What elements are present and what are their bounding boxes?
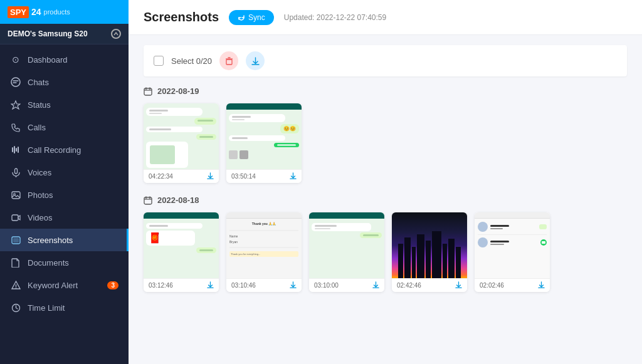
sidebar-label-chats: Chats [28, 78, 49, 87]
sidebar-label-call-recording: Call Recording [28, 145, 81, 155]
sidebar-item-keyword-alert[interactable]: Keyword Alert 3 [0, 274, 129, 296]
keyword-alert-badge: 3 [107, 281, 118, 289]
delete-button[interactable] [219, 51, 238, 70]
download-single-icon[interactable] [290, 172, 297, 180]
screenshot-footer: 03:50:14 [226, 169, 302, 183]
photos-icon [10, 189, 21, 200]
videos-icon [10, 212, 21, 223]
download-single-icon[interactable] [290, 281, 297, 289]
date-header-1: 2022-08-19 [144, 86, 627, 96]
svg-rect-37 [432, 231, 441, 278]
content-area: Select 0/20 [129, 35, 642, 364]
screenshot-card[interactable]: Thank you 🙏🙏 Name Bryan Thank you for ev… [226, 212, 302, 292]
screenshot-card[interactable]: 04:22:34 [144, 103, 219, 183]
sidebar-item-voices[interactable]: Voices [0, 161, 129, 184]
sidebar-item-chats[interactable]: Chats [0, 71, 129, 93]
svg-rect-5 [14, 169, 17, 174]
device-bar: DEMO's Samsung S20 [0, 24, 129, 44]
nav-menu: ⊙ Dashboard Chats Status Calls [0, 44, 129, 364]
timestamp: 03:10:46 [231, 282, 256, 289]
sidebar: SPY 24 products DEMO's Samsung S20 ⊙ Das… [0, 0, 129, 364]
calendar-icon-1 [144, 87, 152, 96]
sync-icon [238, 14, 245, 21]
sidebar-item-dashboard[interactable]: ⊙ Dashboard [0, 48, 129, 71]
select-label: Select 0/20 [171, 56, 212, 66]
screenshot-card[interactable]: 😊😊 [226, 103, 302, 183]
trash-icon [225, 57, 233, 65]
sidebar-label-dashboard: Dashboard [28, 55, 68, 65]
sidebar-item-time-limit[interactable]: Time Limit [0, 296, 129, 319]
sidebar-item-call-recording[interactable]: Call Recording [0, 138, 129, 161]
svg-rect-15 [226, 60, 232, 65]
svg-rect-2 [14, 146, 15, 153]
select-all-checkbox[interactable] [154, 56, 164, 66]
sidebar-label-photos: Photos [28, 190, 53, 200]
sidebar-item-status[interactable]: Status [0, 93, 129, 116]
sidebar-label-voices: Voices [28, 168, 51, 177]
screenshots-grid-2: 🧧 03:12:46 [144, 212, 627, 292]
sidebar-label-videos: Videos [28, 213, 53, 222]
screenshot-thumb [309, 212, 384, 278]
logo-24: 24 [31, 7, 41, 17]
sidebar-label-keyword-alert: Keyword Alert [28, 281, 78, 290]
screenshot-card[interactable]: 🧧 03:12:46 [144, 212, 219, 292]
svg-rect-35 [417, 234, 424, 278]
updated-text: Updated: 2022-12-22 07:40:59 [284, 13, 386, 22]
svg-rect-1 [12, 147, 13, 152]
screenshots-icon [10, 234, 21, 246]
download-icon [251, 57, 260, 65]
screenshot-thumb: Thank you 🙏🙏 Name Bryan Thank you for ev… [226, 212, 302, 278]
svg-rect-25 [144, 197, 152, 204]
page-title: Screenshots [144, 10, 219, 24]
sidebar-item-screenshots[interactable]: Screenshots [0, 229, 129, 251]
call-recording-icon [10, 144, 21, 155]
svg-rect-7 [12, 192, 20, 199]
svg-rect-34 [412, 247, 416, 278]
logo-products: products [44, 8, 70, 16]
svg-rect-36 [426, 241, 431, 278]
sync-button[interactable]: Sync [229, 10, 274, 25]
svg-rect-38 [443, 244, 447, 278]
sidebar-label-status: Status [28, 100, 51, 110]
screenshot-footer: 03:10:00 [309, 278, 384, 292]
timestamp: 02:02:46 [480, 282, 504, 289]
sidebar-item-videos[interactable]: Videos [0, 206, 129, 229]
screenshot-card[interactable]: 03:10:00 [309, 212, 384, 292]
svg-rect-40 [456, 247, 461, 278]
dashboard-icon: ⊙ [10, 54, 21, 65]
date-label-1: 2022-08-19 [157, 86, 199, 96]
calls-icon [10, 122, 21, 133]
screenshot-card[interactable]: 02:42:46 [392, 212, 467, 292]
sidebar-item-photos[interactable]: Photos [0, 184, 129, 206]
svg-point-0 [11, 78, 20, 86]
sidebar-label-calls: Calls [28, 123, 46, 132]
sidebar-label-time-limit: Time Limit [28, 303, 65, 313]
download-single-icon[interactable] [455, 281, 462, 289]
svg-rect-9 [12, 215, 18, 221]
screenshots-grid-1: 04:22:34 [144, 103, 627, 183]
svg-rect-3 [16, 148, 17, 152]
documents-icon [10, 257, 21, 268]
download-single-icon[interactable] [372, 281, 379, 289]
timestamp: 02:42:46 [397, 282, 421, 289]
chats-icon [10, 76, 21, 88]
date-section-2022-08-19: 2022-08-19 [144, 86, 627, 183]
download-single-icon[interactable] [207, 281, 214, 289]
sidebar-item-documents[interactable]: Documents [0, 251, 129, 274]
screenshot-thumb: 😊😊 [226, 103, 302, 169]
download-single-icon[interactable] [538, 281, 545, 289]
sidebar-item-calls[interactable]: Calls [0, 116, 129, 138]
device-toggle[interactable] [111, 29, 121, 39]
download-all-button[interactable] [246, 51, 265, 70]
logo-area: SPY 24 products [8, 6, 70, 18]
voices-icon [10, 167, 21, 178]
svg-rect-19 [144, 88, 152, 95]
screenshot-footer: 04:22:34 [144, 169, 219, 183]
screenshot-card[interactable]: 02:02:46 [475, 212, 550, 292]
download-single-icon[interactable] [207, 172, 214, 180]
svg-rect-32 [398, 244, 403, 278]
screenshot-thumb [144, 103, 219, 169]
timestamp: 03:10:00 [314, 282, 339, 289]
sidebar-label-screenshots: Screenshots [28, 236, 73, 245]
top-bar: Screenshots Sync Updated: 2022-12-22 07:… [129, 0, 642, 35]
